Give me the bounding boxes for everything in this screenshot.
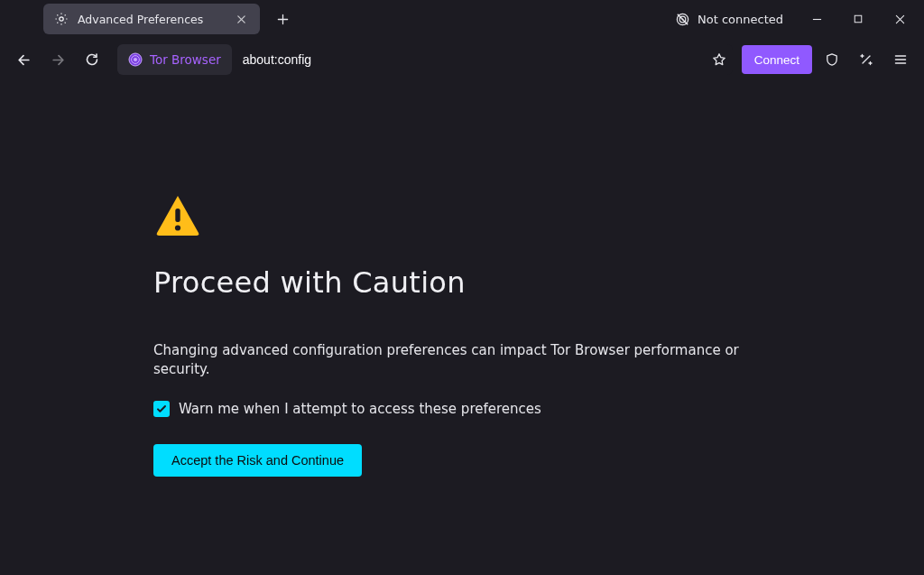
titlebar: Advanced Preferences Not connected — [0, 0, 924, 38]
connection-offline-icon — [674, 11, 690, 27]
new-tab-button[interactable] — [269, 5, 296, 32]
address-input[interactable] — [232, 44, 706, 75]
close-tab-icon[interactable] — [233, 11, 249, 27]
warning-title: Proceed with Caution — [153, 265, 776, 300]
connection-status-label: Not connected — [698, 13, 783, 26]
url-bar: Tor Browser — [117, 44, 733, 75]
identity-chip[interactable]: Tor Browser — [117, 44, 232, 75]
browser-tab[interactable]: Advanced Preferences — [43, 4, 260, 34]
svg-rect-9 — [175, 209, 180, 222]
sparkle-button[interactable] — [852, 45, 881, 74]
security-level-button[interactable] — [818, 45, 846, 74]
accept-risk-button[interactable]: Accept the Risk and Continue — [153, 444, 362, 477]
warning-description: Changing advanced configuration preferen… — [153, 341, 776, 379]
svg-point-0 — [60, 17, 63, 21]
checkbox-label: Warn me when I attempt to access these p… — [179, 401, 541, 417]
close-window-button[interactable] — [879, 0, 920, 38]
reload-button[interactable] — [78, 45, 106, 74]
onion-icon — [128, 52, 143, 67]
checkbox-checked-icon[interactable] — [153, 401, 170, 417]
svg-point-10 — [175, 225, 180, 230]
minimize-button[interactable] — [796, 0, 837, 38]
bookmark-star-button[interactable] — [706, 46, 733, 73]
connection-status[interactable]: Not connected — [667, 11, 790, 27]
warning-panel: Proceed with Caution Changing advanced c… — [153, 191, 776, 477]
warning-triangle-icon — [153, 191, 202, 240]
svg-rect-4 — [855, 15, 862, 23]
app-menu-button[interactable] — [886, 45, 915, 74]
connect-button[interactable]: Connect — [742, 45, 812, 74]
navigation-toolbar: Tor Browser Connect — [0, 38, 924, 81]
warn-checkbox-row[interactable]: Warn me when I attempt to access these p… — [153, 401, 776, 417]
identity-label: Tor Browser — [150, 52, 221, 67]
gear-icon — [54, 12, 69, 26]
page-content: Proceed with Caution Changing advanced c… — [0, 81, 924, 575]
forward-button[interactable] — [43, 45, 72, 74]
maximize-button[interactable] — [837, 0, 879, 38]
window-controls — [796, 0, 920, 38]
back-button[interactable] — [9, 45, 38, 74]
tab-title: Advanced Preferences — [78, 13, 224, 26]
svg-point-8 — [134, 58, 137, 61]
